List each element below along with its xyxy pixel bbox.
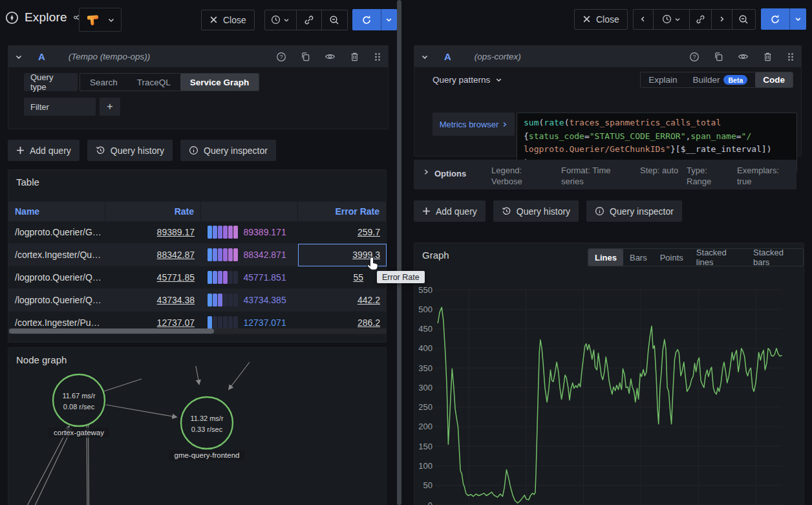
node-graph-canvas[interactable]: 11.67 ms/r 0.08 r/sec 11.32 ms/r 0.33 r/… — [8, 348, 386, 505]
column-header-gauge[interactable] — [201, 202, 298, 221]
drag-handle[interactable] — [374, 52, 381, 61]
query-options-bar[interactable]: Options Legend: VerboseFormat: Time seri… — [414, 160, 796, 189]
eye-icon — [325, 51, 336, 62]
error-rate-link[interactable]: 286.2 — [358, 317, 380, 328]
svg-text:150: 150 — [418, 442, 433, 451]
refresh-button[interactable] — [761, 8, 789, 30]
add-filter-button[interactable]: + — [100, 98, 120, 116]
zoom-out-button[interactable] — [732, 10, 755, 29]
time-toolbar-group — [633, 9, 756, 30]
error-rate-link[interactable]: 259.7 — [358, 227, 380, 237]
node-gme-query-frontend[interactable] — [181, 397, 233, 449]
graph-panel: Graph Lines Bars Points Stacked lines St… — [414, 242, 804, 505]
time-picker-button[interactable] — [654, 10, 690, 29]
help-button[interactable]: ? — [276, 52, 286, 62]
close-button-label: Close — [596, 14, 619, 25]
drag-handle[interactable] — [787, 52, 795, 61]
duplicate-query-button[interactable] — [301, 52, 310, 61]
svg-text:400: 400 — [418, 343, 433, 353]
node-cortex-gateway[interactable] — [53, 374, 105, 426]
code-line: sum(rate(traces_spanmetrics_calls_total — [524, 116, 790, 130]
chevron-down-icon — [495, 76, 502, 83]
mode-builder[interactable]: BuilderBeta — [685, 72, 755, 87]
graph-style-lines[interactable]: Lines — [588, 249, 623, 266]
option-pair: Exemplars: true — [737, 165, 787, 187]
disable-query-button[interactable] — [738, 51, 749, 62]
duplicate-query-button[interactable] — [714, 52, 723, 61]
rate-link[interactable]: 43734.38 — [157, 295, 195, 305]
time-picker-button[interactable] — [265, 10, 297, 30]
chevron-down-icon — [674, 16, 681, 23]
query-type-traceql[interactable]: TraceQL — [127, 74, 180, 91]
datasource-picker[interactable] — [79, 8, 122, 32]
column-header-rate[interactable]: Rate — [105, 202, 201, 221]
rate-link[interactable]: 88342.87 — [157, 250, 195, 260]
delete-query-button[interactable] — [350, 52, 359, 61]
collapse-chevron-icon[interactable] — [15, 53, 23, 61]
delete-query-button[interactable] — [763, 52, 773, 61]
query-history-button[interactable]: Query history — [87, 140, 173, 161]
rate-link[interactable]: 45771.85 — [157, 272, 195, 283]
mode-explain[interactable]: Explain — [641, 72, 685, 87]
disable-query-button[interactable] — [325, 51, 336, 62]
left-actions-row: Add query Query history Query inspector — [8, 140, 276, 161]
collapse-chevron-icon[interactable] — [421, 53, 429, 61]
query-history-button[interactable]: Query history — [493, 200, 579, 222]
mouse-cursor-hand — [367, 256, 381, 272]
close-split-button[interactable]: Close — [201, 10, 255, 30]
refresh-interval-dropdown[interactable] — [789, 8, 806, 30]
refresh-button[interactable] — [352, 9, 381, 30]
refresh-icon — [770, 14, 780, 25]
graph-style-points[interactable]: Points — [654, 249, 690, 266]
gauge-value: 89389.171 — [244, 227, 286, 237]
query-patterns-dropdown[interactable]: Query patterns — [433, 75, 502, 85]
cell-name: /logproto.Querier/Q… — [8, 266, 105, 289]
chevron-right-icon — [718, 16, 725, 23]
left-pane-vertical-scrollbar[interactable] — [397, 0, 401, 505]
query-inspector-button[interactable]: Query inspector — [180, 140, 276, 161]
query-datasource-name: (ops-cortex) — [475, 52, 521, 61]
refresh-icon — [361, 15, 372, 25]
query-inspector-button[interactable]: Query inspector — [586, 200, 682, 222]
code-line: logproto.Querier/GetChunkIDs"}[$__rate_i… — [524, 143, 790, 156]
graph-style-stacked-bars[interactable]: Stacked bars — [747, 249, 803, 266]
close-split-button[interactable]: Close — [574, 9, 628, 30]
column-header-error-rate[interactable]: Error Rate — [298, 202, 387, 221]
add-query-button[interactable]: Add query — [8, 140, 80, 161]
graph-style-stacked-lines[interactable]: Stacked lines — [690, 249, 747, 266]
link-split-button[interactable] — [690, 10, 712, 29]
table-row: /cortex.Ingester/Qu…88342.8788342.871399… — [8, 244, 387, 266]
gauge-value: 45771.851 — [244, 272, 286, 283]
column-header-name[interactable]: Name — [8, 202, 105, 221]
zoom-out-icon — [329, 15, 339, 25]
link-split-button[interactable] — [297, 10, 322, 30]
help-button[interactable]: ? — [689, 52, 700, 62]
edge-into-gateway-1 — [27, 426, 69, 505]
move-left-button[interactable] — [634, 10, 654, 29]
copy-icon — [714, 52, 723, 61]
move-right-button[interactable] — [712, 10, 732, 29]
add-query-button[interactable]: Add query — [414, 200, 486, 222]
query-type-service-graph[interactable]: Service Graph — [180, 74, 259, 91]
left-pane-toolbar: Close — [201, 9, 397, 30]
add-query-label: Add query — [30, 145, 71, 156]
rate-link[interactable]: 12737.07 — [157, 317, 195, 328]
link-icon — [696, 14, 705, 25]
rate-link[interactable]: 89389.17 — [157, 227, 195, 237]
refresh-interval-dropdown[interactable] — [381, 9, 397, 30]
error-rate-link[interactable]: 442.2 — [358, 295, 380, 305]
mode-code[interactable]: Code — [755, 72, 793, 87]
graph-style-bars[interactable]: Bars — [623, 249, 654, 266]
chevron-down-icon — [283, 17, 290, 23]
time-series-chart[interactable]: 050100150200250300350400450500550 — [414, 271, 805, 505]
metrics-browser-button[interactable]: Metrics browser — [433, 113, 515, 136]
query-editor-card: A (Tempo (tempo-ops)) ? Query type Searc… — [8, 45, 389, 129]
error-rate-link[interactable]: 55 — [353, 272, 363, 283]
filter-field[interactable]: Filter — [24, 98, 96, 116]
option-pair: Format: Time series — [561, 165, 621, 187]
graph-style-radio-group: Lines Bars Points Stacked lines Stacked … — [588, 248, 804, 266]
query-type-search[interactable]: Search — [80, 74, 127, 91]
table-hscrollbar-thumb[interactable] — [9, 328, 214, 334]
zoom-out-button[interactable] — [322, 10, 347, 30]
options-label: Options — [434, 169, 466, 178]
